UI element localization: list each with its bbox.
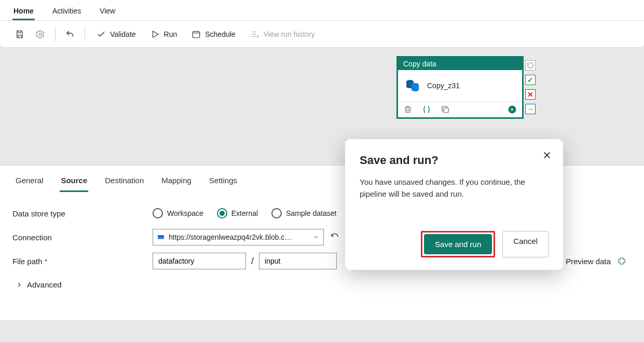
undo-button[interactable] [62, 26, 78, 42]
activity-ports: ✓ ✕ → [525, 60, 536, 114]
tab-source[interactable]: Source [60, 176, 88, 192]
port-success-icon[interactable]: ✓ [525, 75, 536, 85]
file-path-folder-input[interactable] [259, 253, 337, 269]
connection-dropdown[interactable]: https://storagenlweazpq4r2vk.blob.c… [153, 229, 324, 245]
svg-point-0 [39, 33, 42, 35]
connection-value: https://storagenlweazpq4r2vk.blob.c… [169, 233, 309, 241]
tab-general[interactable]: General [15, 176, 44, 192]
file-path-container-input[interactable] [153, 253, 246, 269]
save-icon [15, 30, 24, 39]
file-path-label: File path [12, 257, 153, 266]
calendar-icon [191, 30, 201, 39]
svg-rect-6 [444, 108, 448, 113]
storage-icon [157, 234, 165, 241]
radio-sample-dataset[interactable]: Sample dataset [271, 208, 336, 218]
port-failure-icon[interactable]: ✕ [525, 89, 536, 100]
svg-point-3 [257, 36, 258, 37]
connection-label: Connection [12, 233, 153, 242]
svg-rect-2 [193, 31, 200, 37]
dialog-body: You have unsaved changes. If you continu… [360, 176, 549, 200]
data-store-type-label: Data store type [12, 209, 153, 218]
save-and-run-highlight: Save and run [421, 231, 495, 257]
validate-button[interactable]: Validate [91, 26, 141, 42]
dialog-title: Save and run? [360, 154, 549, 167]
activity-type-label: Copy data [398, 58, 522, 70]
path-slash: / [251, 256, 254, 267]
advanced-toggle[interactable]: Advanced [12, 273, 632, 289]
activity-node-copy-data[interactable]: Copy data Copy_z31 [396, 56, 524, 119]
separator [85, 27, 85, 42]
save-button[interactable] [11, 26, 28, 42]
ribbon-tab-home[interactable]: Home [12, 3, 35, 20]
check-icon [97, 30, 106, 39]
ribbon-tabs: Home Activities View [0, 0, 644, 21]
chevron-down-icon [313, 234, 319, 240]
svg-rect-9 [158, 236, 164, 237]
ribbon-tab-activities[interactable]: Activities [51, 3, 82, 20]
svg-marker-1 [153, 31, 158, 37]
chevron-right-icon [16, 281, 23, 289]
radio-external[interactable]: External [217, 208, 258, 218]
view-run-history-button: View run history [245, 26, 320, 42]
tab-mapping[interactable]: Mapping [160, 176, 193, 192]
copy-icon[interactable] [441, 105, 450, 114]
tab-settings[interactable]: Settings [208, 176, 238, 192]
radio-sample-label: Sample dataset [286, 209, 336, 217]
save-and-run-button[interactable]: Save and run [424, 234, 492, 254]
code-braces-icon[interactable] [422, 105, 431, 114]
preview-data-link[interactable]: Preview data [566, 257, 611, 266]
tab-destination[interactable]: Destination [104, 176, 145, 192]
radio-external-label: External [231, 209, 258, 217]
ribbon-tab-view[interactable]: View [99, 3, 116, 20]
advanced-label: Advanced [27, 280, 62, 289]
radio-workspace-label: Workspace [167, 209, 203, 217]
run-label: Run [164, 30, 177, 38]
port-completion-icon[interactable]: → [525, 104, 536, 114]
schedule-button[interactable]: Schedule [186, 26, 240, 42]
refresh-icon[interactable] [330, 232, 339, 242]
dialog-close-button[interactable] [540, 148, 554, 165]
cancel-button[interactable]: Cancel [502, 231, 549, 257]
validate-label: Validate [110, 30, 136, 38]
history-icon [250, 30, 259, 39]
close-icon [542, 151, 552, 160]
toolbar: Validate Run Schedule View run history [0, 21, 644, 48]
play-icon [150, 30, 160, 39]
radio-workspace[interactable]: Workspace [153, 208, 203, 218]
activity-name: Copy_z31 [427, 81, 460, 90]
gear-icon [36, 30, 45, 39]
settings-button[interactable] [32, 26, 49, 42]
separator [55, 27, 56, 42]
undo-icon [65, 30, 75, 39]
delete-icon[interactable] [403, 105, 413, 114]
data-store-type-radio-group: Workspace External Sample dataset [153, 208, 336, 218]
port-loop-icon[interactable] [525, 60, 536, 71]
puzzle-icon[interactable] [617, 256, 626, 266]
arrow-circle-icon[interactable] [508, 105, 517, 114]
schedule-label: Schedule [205, 30, 235, 38]
save-and-run-dialog: Save and run? You have unsaved changes. … [345, 139, 563, 270]
run-button[interactable]: Run [145, 26, 183, 42]
database-icon [404, 77, 421, 94]
view-run-history-label: View run history [264, 30, 315, 38]
